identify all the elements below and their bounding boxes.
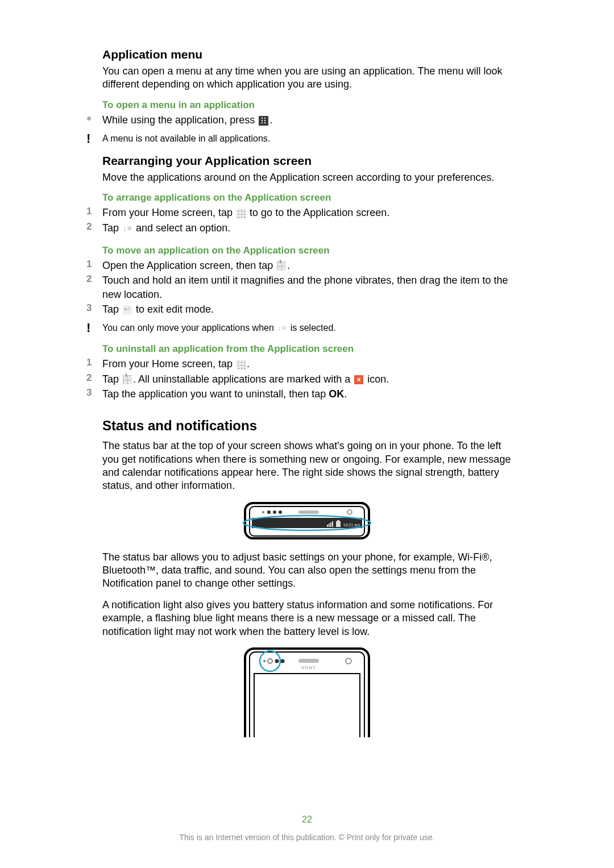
status-time: 10:21 am: [343, 523, 360, 527]
text: .: [344, 388, 347, 400]
footer-note: This is an Internet version of this publ…: [0, 833, 614, 842]
heading-rearranging: Rearranging your Application screen: [102, 154, 512, 168]
list-item: 1 Open the Application screen, then tap …: [102, 259, 512, 272]
svg-point-5: [279, 510, 282, 514]
important-icon: !: [86, 132, 102, 145]
note-text: A menu is not available in all applicati…: [102, 132, 512, 145]
text: .: [269, 114, 272, 126]
svg-rect-13: [336, 521, 341, 527]
subheading-open-menu: To open a menu in an application: [102, 99, 512, 111]
text: Tap: [102, 373, 122, 385]
text: icon.: [364, 373, 389, 385]
list-item: 3 Tap to exit edit mode.: [102, 302, 512, 316]
bullet-marker: •: [86, 113, 102, 123]
svg-rect-9: [327, 525, 328, 527]
paragraph: The status bar allows you to adjust basi…: [102, 551, 512, 591]
menu-key-icon: [259, 116, 268, 126]
step-number: 1: [86, 357, 102, 368]
list-item: 2 Tap . All uninstallable applications a…: [102, 372, 512, 386]
apps-grid-icon: [237, 209, 246, 218]
svg-point-18: [263, 660, 265, 662]
svg-rect-14: [337, 520, 339, 521]
page-content: Application menu You can open a menu at …: [0, 0, 614, 740]
list-item: 2 Touch and hold an item until it magnif…: [102, 273, 512, 301]
list-item: 1 From your Home screen, tap to go to th…: [102, 206, 512, 219]
heading-status-notifications: Status and notifications: [102, 418, 512, 434]
note: ! You can only move your applications wh…: [102, 322, 512, 334]
text: Touch and hold an item until it magnifie…: [102, 273, 512, 301]
step-number: 2: [86, 221, 102, 232]
svg-point-4: [273, 510, 276, 514]
important-icon: !: [86, 322, 102, 334]
text: .: [287, 260, 290, 271]
subheading-uninstall-app: To uninstall an application from the App…: [102, 343, 512, 355]
exit-edit-icon: [123, 305, 132, 314]
text: .: [247, 358, 250, 369]
text: to exit edit mode.: [133, 304, 214, 315]
text: While using the application, press: [102, 114, 258, 126]
svg-rect-24: [254, 674, 360, 737]
figure-status-bar: 10:21 am: [102, 501, 512, 543]
list-item: • While using the application, press .: [102, 113, 512, 127]
text: Tap the application you want to uninstal…: [102, 388, 329, 400]
own-order-icon: [277, 325, 287, 333]
svg-point-3: [267, 510, 271, 514]
svg-point-2: [262, 511, 264, 513]
svg-rect-11: [330, 522, 331, 527]
page-number: 22: [0, 815, 614, 825]
note: ! A menu is not available in all applica…: [102, 132, 512, 145]
list-item: 2 Tap and select an option.: [102, 221, 512, 235]
edit-grid-icon: [123, 375, 132, 384]
step-number: 3: [86, 302, 102, 314]
svg-rect-12: [332, 521, 333, 527]
text: Tap: [102, 304, 122, 315]
uninstall-x-icon: ×: [354, 375, 363, 384]
text: and select an option.: [133, 222, 230, 234]
step-number: 2: [86, 273, 102, 285]
paragraph: You can open a menu at any time when you…: [102, 65, 512, 92]
subheading-arrange-apps: To arrange applications on the Applicati…: [102, 192, 512, 203]
text: to go to the Application screen.: [247, 207, 389, 218]
text: You can only move your applications when: [102, 323, 276, 333]
paragraph: Move the applications around on the Appl…: [102, 171, 512, 184]
edit-grid-icon: [277, 261, 286, 271]
svg-rect-10: [329, 524, 330, 527]
step-number: 2: [86, 372, 102, 384]
text: is selected.: [288, 323, 335, 333]
svg-point-20: [275, 659, 279, 663]
text: . All uninstallable applications are mar…: [133, 373, 353, 385]
text: From your Home screen, tap: [102, 207, 235, 218]
step-number: 1: [86, 259, 102, 270]
list-item: 3 Tap the application you want to uninst…: [102, 387, 512, 401]
figure-notification-light: SONY: [102, 646, 512, 740]
svg-rect-6: [298, 510, 319, 514]
sort-icon: [123, 225, 132, 232]
svg-rect-22: [298, 659, 319, 663]
subheading-move-app: To move an application on the Applicatio…: [102, 245, 512, 256]
list-item: 1 From your Home screen, tap .: [102, 357, 512, 371]
paragraph: A notification light also gives you batt…: [102, 599, 512, 638]
svg-point-21: [281, 659, 285, 663]
ok-label: OK: [329, 388, 344, 400]
step-number: 3: [86, 387, 102, 398]
text: From your Home screen, tap: [102, 358, 235, 369]
apps-grid-icon: [237, 360, 246, 369]
heading-application-menu: Application menu: [102, 48, 512, 61]
paragraph: The status bar at the top of your screen…: [102, 439, 512, 493]
step-number: 1: [86, 206, 102, 217]
text: Open the Application screen, then tap: [102, 260, 276, 271]
brand-label: SONY: [301, 665, 317, 670]
text: Tap: [102, 222, 122, 234]
